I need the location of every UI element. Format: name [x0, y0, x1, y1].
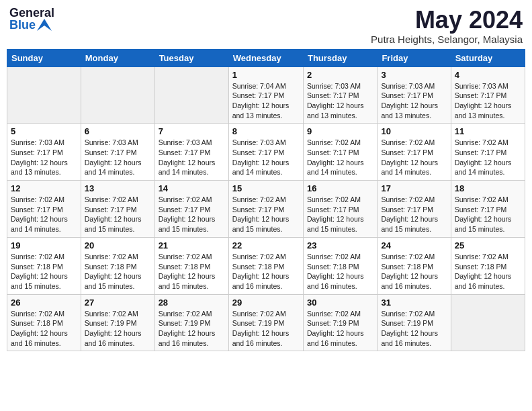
- logo-bird-icon: [37, 19, 52, 31]
- day-info: Sunrise: 7:02 AM Sunset: 7:17 PM Dayligh…: [381, 195, 447, 234]
- header-day-sunday: Sunday: [7, 49, 81, 66]
- calendar-cell: 26Sunrise: 7:02 AM Sunset: 7:18 PM Dayli…: [7, 294, 81, 351]
- day-number: 23: [307, 240, 373, 250]
- day-info: Sunrise: 7:02 AM Sunset: 7:17 PM Dayligh…: [455, 138, 521, 177]
- day-info: Sunrise: 7:02 AM Sunset: 7:18 PM Dayligh…: [11, 309, 77, 349]
- day-number: 28: [159, 298, 225, 308]
- header-day-tuesday: Tuesday: [154, 49, 228, 66]
- day-number: 30: [307, 298, 373, 308]
- calendar-header: SundayMondayTuesdayWednesdayThursdayFrid…: [7, 49, 525, 66]
- calendar-cell: 27Sunrise: 7:02 AM Sunset: 7:19 PM Dayli…: [81, 294, 154, 351]
- calendar-cell: 15Sunrise: 7:02 AM Sunset: 7:17 PM Dayli…: [228, 181, 303, 238]
- calendar-cell: 14Sunrise: 7:02 AM Sunset: 7:17 PM Dayli…: [154, 181, 228, 238]
- day-info: Sunrise: 7:02 AM Sunset: 7:17 PM Dayligh…: [232, 195, 300, 234]
- calendar-cell: 24Sunrise: 7:02 AM Sunset: 7:18 PM Dayli…: [378, 237, 451, 294]
- logo: General Blue: [9, 7, 54, 31]
- month-title: May 2024: [371, 7, 523, 34]
- calendar-cell: 10Sunrise: 7:02 AM Sunset: 7:17 PM Dayli…: [378, 124, 451, 181]
- calendar-cell: [7, 66, 81, 124]
- logo-blue: Blue: [9, 19, 36, 31]
- day-number: 12: [11, 183, 77, 193]
- day-info: Sunrise: 7:02 AM Sunset: 7:19 PM Dayligh…: [381, 309, 447, 349]
- day-info: Sunrise: 7:02 AM Sunset: 7:18 PM Dayligh…: [307, 252, 373, 291]
- calendar-table: SundayMondayTuesdayWednesdayThursdayFrid…: [7, 49, 525, 352]
- day-info: Sunrise: 7:02 AM Sunset: 7:17 PM Dayligh…: [381, 138, 447, 177]
- day-info: Sunrise: 7:02 AM Sunset: 7:19 PM Dayligh…: [232, 309, 300, 349]
- calendar-cell: 11Sunrise: 7:02 AM Sunset: 7:17 PM Dayli…: [451, 124, 525, 181]
- day-info: Sunrise: 7:02 AM Sunset: 7:17 PM Dayligh…: [11, 195, 77, 234]
- header-day-wednesday: Wednesday: [228, 49, 303, 66]
- day-number: 16: [307, 183, 373, 193]
- day-number: 4: [455, 70, 521, 80]
- location: Putra Heights, Selangor, Malaysia: [371, 34, 523, 45]
- day-info: Sunrise: 7:02 AM Sunset: 7:18 PM Dayligh…: [232, 252, 300, 291]
- calendar-cell: 30Sunrise: 7:02 AM Sunset: 7:19 PM Dayli…: [303, 294, 377, 351]
- calendar-cell: 5Sunrise: 7:03 AM Sunset: 7:17 PM Daylig…: [7, 124, 81, 181]
- day-info: Sunrise: 7:02 AM Sunset: 7:17 PM Dayligh…: [307, 138, 373, 177]
- day-info: Sunrise: 7:03 AM Sunset: 7:17 PM Dayligh…: [381, 81, 447, 121]
- day-number: 18: [455, 183, 521, 193]
- calendar-cell: [81, 66, 154, 124]
- calendar-week-1: 1Sunrise: 7:04 AM Sunset: 7:17 PM Daylig…: [7, 66, 525, 124]
- day-number: 21: [159, 240, 225, 250]
- calendar-cell: 8Sunrise: 7:03 AM Sunset: 7:17 PM Daylig…: [228, 124, 303, 181]
- day-number: 31: [381, 298, 447, 308]
- day-info: Sunrise: 7:02 AM Sunset: 7:18 PM Dayligh…: [159, 252, 225, 291]
- day-info: Sunrise: 7:02 AM Sunset: 7:19 PM Dayligh…: [85, 309, 151, 349]
- calendar-cell: 21Sunrise: 7:02 AM Sunset: 7:18 PM Dayli…: [154, 237, 228, 294]
- day-number: 20: [85, 240, 151, 250]
- page-header: General Blue May 2024 Putra Heights, Sel…: [7, 7, 525, 45]
- calendar-week-4: 19Sunrise: 7:02 AM Sunset: 7:18 PM Dayli…: [7, 237, 525, 294]
- day-number: 7: [159, 126, 225, 136]
- day-info: Sunrise: 7:02 AM Sunset: 7:17 PM Dayligh…: [85, 195, 151, 234]
- day-info: Sunrise: 7:02 AM Sunset: 7:19 PM Dayligh…: [159, 309, 225, 349]
- calendar-cell: 31Sunrise: 7:02 AM Sunset: 7:19 PM Dayli…: [378, 294, 451, 351]
- day-info: Sunrise: 7:02 AM Sunset: 7:18 PM Dayligh…: [455, 252, 521, 291]
- day-info: Sunrise: 7:02 AM Sunset: 7:19 PM Dayligh…: [307, 309, 373, 349]
- day-number: 25: [455, 240, 521, 250]
- day-info: Sunrise: 7:02 AM Sunset: 7:17 PM Dayligh…: [307, 195, 373, 234]
- calendar-cell: 22Sunrise: 7:02 AM Sunset: 7:18 PM Dayli…: [228, 237, 303, 294]
- day-info: Sunrise: 7:02 AM Sunset: 7:18 PM Dayligh…: [381, 252, 447, 291]
- day-number: 9: [307, 126, 373, 136]
- calendar-cell: 3Sunrise: 7:03 AM Sunset: 7:17 PM Daylig…: [378, 66, 451, 124]
- header-day-saturday: Saturday: [451, 49, 525, 66]
- header-day-monday: Monday: [81, 49, 154, 66]
- day-info: Sunrise: 7:02 AM Sunset: 7:18 PM Dayligh…: [85, 252, 151, 291]
- day-number: 22: [232, 240, 300, 250]
- day-info: Sunrise: 7:02 AM Sunset: 7:17 PM Dayligh…: [159, 195, 225, 234]
- calendar-cell: 12Sunrise: 7:02 AM Sunset: 7:17 PM Dayli…: [7, 181, 81, 238]
- header-day-friday: Friday: [378, 49, 451, 66]
- calendar-cell: 18Sunrise: 7:02 AM Sunset: 7:17 PM Dayli…: [451, 181, 525, 238]
- calendar-cell: 28Sunrise: 7:02 AM Sunset: 7:19 PM Dayli…: [154, 294, 228, 351]
- day-info: Sunrise: 7:03 AM Sunset: 7:17 PM Dayligh…: [455, 81, 521, 121]
- calendar-cell: 23Sunrise: 7:02 AM Sunset: 7:18 PM Dayli…: [303, 237, 377, 294]
- day-number: 29: [232, 298, 300, 308]
- calendar-cell: 9Sunrise: 7:02 AM Sunset: 7:17 PM Daylig…: [303, 124, 377, 181]
- day-number: 27: [85, 298, 151, 308]
- svg-marker-0: [37, 19, 52, 31]
- calendar-cell: 19Sunrise: 7:02 AM Sunset: 7:18 PM Dayli…: [7, 237, 81, 294]
- day-info: Sunrise: 7:03 AM Sunset: 7:17 PM Dayligh…: [307, 81, 373, 121]
- day-number: 11: [455, 126, 521, 136]
- day-number: 3: [381, 70, 447, 80]
- day-number: 19: [11, 240, 77, 250]
- calendar-cell: 1Sunrise: 7:04 AM Sunset: 7:17 PM Daylig…: [228, 66, 303, 124]
- logo-general: General: [9, 7, 54, 19]
- calendar-cell: 13Sunrise: 7:02 AM Sunset: 7:17 PM Dayli…: [81, 181, 154, 238]
- day-number: 5: [11, 126, 77, 136]
- day-info: Sunrise: 7:03 AM Sunset: 7:17 PM Dayligh…: [159, 138, 225, 177]
- day-number: 6: [85, 126, 151, 136]
- calendar-cell: 17Sunrise: 7:02 AM Sunset: 7:17 PM Dayli…: [378, 181, 451, 238]
- day-info: Sunrise: 7:02 AM Sunset: 7:17 PM Dayligh…: [455, 195, 521, 234]
- day-info: Sunrise: 7:04 AM Sunset: 7:17 PM Dayligh…: [232, 81, 300, 121]
- calendar-cell: 29Sunrise: 7:02 AM Sunset: 7:19 PM Dayli…: [228, 294, 303, 351]
- calendar-cell: [451, 294, 525, 351]
- calendar-cell: 6Sunrise: 7:03 AM Sunset: 7:17 PM Daylig…: [81, 124, 154, 181]
- calendar-cell: 4Sunrise: 7:03 AM Sunset: 7:17 PM Daylig…: [451, 66, 525, 124]
- day-number: 15: [232, 183, 300, 193]
- day-number: 24: [381, 240, 447, 250]
- calendar-cell: 2Sunrise: 7:03 AM Sunset: 7:17 PM Daylig…: [303, 66, 377, 124]
- day-info: Sunrise: 7:02 AM Sunset: 7:18 PM Dayligh…: [11, 252, 77, 291]
- calendar-cell: 7Sunrise: 7:03 AM Sunset: 7:17 PM Daylig…: [154, 124, 228, 181]
